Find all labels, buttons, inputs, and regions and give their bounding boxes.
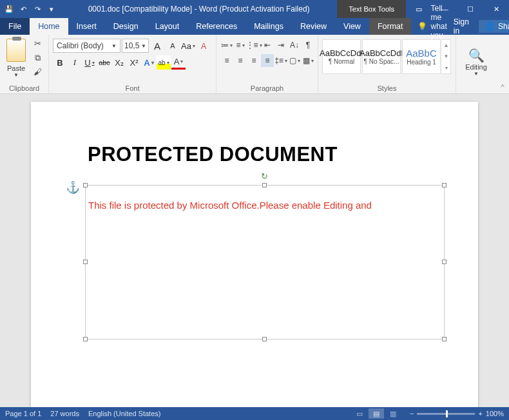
page-number-status[interactable]: Page 1 of 1 bbox=[5, 410, 41, 417]
tab-layout[interactable]: Layout bbox=[147, 18, 188, 35]
text-box-selection[interactable]: ↻ This file is protected by Microsoft Of… bbox=[85, 185, 445, 339]
resize-handle[interactable] bbox=[83, 183, 88, 187]
language-status[interactable]: English (United States) bbox=[88, 410, 161, 417]
font-group-label: Font bbox=[53, 83, 212, 92]
font-name-combo[interactable]: Calibri (Body)▼ bbox=[53, 39, 120, 53]
resize-handle[interactable] bbox=[262, 183, 267, 187]
tell-me-search[interactable]: 💡 Tell me what you w bbox=[411, 18, 447, 35]
font-size-combo[interactable]: 10,5▼ bbox=[122, 39, 149, 53]
shrink-font-icon[interactable]: A bbox=[166, 39, 180, 53]
share-button[interactable]: 👤 Share bbox=[479, 20, 509, 33]
redo-icon[interactable]: ↷ bbox=[32, 4, 43, 14]
font-color-icon[interactable]: A bbox=[171, 55, 186, 70]
save-icon[interactable]: 💾 bbox=[4, 4, 14, 14]
paragraph-group-label: Paragraph bbox=[220, 83, 314, 92]
window-controls: ▭ — ☐ ✕ bbox=[406, 0, 509, 18]
text-effects-icon[interactable]: A bbox=[142, 55, 156, 70]
tab-format[interactable]: Format bbox=[369, 18, 412, 35]
clear-formatting-icon[interactable]: A bbox=[197, 39, 211, 53]
find-icon: 🔍 bbox=[468, 48, 485, 63]
underline-button[interactable]: U bbox=[82, 55, 97, 70]
increase-indent-icon[interactable]: ⇥ bbox=[274, 39, 287, 52]
anchor-icon: ⚓ bbox=[66, 180, 80, 195]
share-icon: 👤 bbox=[485, 22, 495, 31]
resize-handle[interactable] bbox=[442, 260, 447, 264]
print-layout-icon[interactable]: ▤ bbox=[369, 408, 384, 419]
tab-file[interactable]: File bbox=[0, 18, 30, 35]
share-label: Share bbox=[498, 22, 509, 31]
bold-button[interactable]: B bbox=[53, 55, 67, 70]
show-marks-icon[interactable]: ¶ bbox=[302, 39, 314, 52]
tab-insert[interactable]: Insert bbox=[68, 18, 105, 35]
tab-review[interactable]: Review bbox=[292, 18, 335, 35]
grow-font-icon[interactable]: A bbox=[150, 39, 164, 53]
read-mode-icon[interactable]: ▭ bbox=[352, 408, 367, 419]
change-case-icon[interactable]: Aa bbox=[181, 39, 195, 53]
multilevel-list-icon[interactable]: ⋮≡ bbox=[247, 39, 260, 52]
document-page[interactable]: ⚓ PROTECTED DOCUMENT ↻ This file is prot… bbox=[31, 102, 478, 407]
collapse-ribbon-icon[interactable]: ^ bbox=[496, 35, 509, 93]
maximize-button[interactable]: ☐ bbox=[457, 0, 483, 18]
align-center-icon[interactable]: ≡ bbox=[234, 54, 247, 67]
copy-icon[interactable]: ⧉ bbox=[31, 53, 44, 63]
window-title: 0001.doc [Compatibility Mode] - Word (Pr… bbox=[61, 5, 337, 14]
superscript-button[interactable]: X² bbox=[127, 55, 141, 70]
editing-button[interactable]: 🔍 Editing ▼ bbox=[460, 37, 492, 83]
paste-label: Paste bbox=[7, 64, 25, 72]
document-area[interactable]: PCrisk.com ⚓ PROTECTED DOCUMENT ↻ This f… bbox=[0, 94, 509, 407]
web-layout-icon[interactable]: ▥ bbox=[385, 408, 401, 419]
qat-customize-icon[interactable]: ▾ bbox=[46, 4, 57, 14]
borders-icon[interactable]: ▦ bbox=[302, 54, 314, 67]
sort-icon[interactable]: A↓ bbox=[288, 39, 301, 52]
resize-handle[interactable] bbox=[262, 337, 267, 341]
close-button[interactable]: ✕ bbox=[483, 0, 509, 18]
align-left-icon[interactable]: ≡ bbox=[220, 54, 233, 67]
tab-mailings[interactable]: Mailings bbox=[245, 18, 292, 35]
zoom-slider[interactable] bbox=[417, 413, 475, 415]
tab-home[interactable]: Home bbox=[30, 18, 68, 35]
zoom-out-button[interactable]: − bbox=[410, 410, 414, 417]
quick-access-toolbar: 💾 ↶ ↷ ▾ bbox=[0, 4, 61, 14]
ribbon-display-icon[interactable]: ▭ bbox=[406, 0, 432, 18]
undo-icon[interactable]: ↶ bbox=[18, 4, 28, 14]
group-editing: 🔍 Editing ▼ bbox=[456, 35, 496, 93]
resize-handle[interactable] bbox=[83, 260, 88, 264]
resize-handle[interactable] bbox=[442, 337, 447, 341]
rotate-handle-icon[interactable]: ↻ bbox=[261, 171, 268, 181]
line-spacing-icon[interactable]: ‡≡ bbox=[274, 54, 287, 67]
ribbon-tabs: File Home Insert Design Layout Reference… bbox=[0, 18, 509, 35]
status-bar: Page 1 of 1 27 words English (United Sta… bbox=[0, 407, 509, 420]
contextual-tab-title: Text Box Tools bbox=[337, 0, 406, 18]
tell-me-placeholder: Tell me what you w bbox=[430, 4, 447, 49]
italic-button[interactable]: I bbox=[68, 55, 82, 70]
styles-group-label: Styles bbox=[322, 83, 452, 92]
group-clipboard: Paste ▼ ✂ ⧉ 🖌 Clipboard bbox=[0, 35, 49, 93]
subscript-button[interactable]: X₂ bbox=[112, 55, 126, 70]
tab-design[interactable]: Design bbox=[105, 18, 147, 35]
decrease-indent-icon[interactable]: ⇤ bbox=[261, 39, 274, 52]
tab-references[interactable]: References bbox=[187, 18, 245, 35]
numbering-icon[interactable]: ≡ bbox=[234, 39, 247, 52]
zoom-percent[interactable]: 100% bbox=[486, 410, 504, 417]
style-no-spacing[interactable]: AaBbCcDdI ¶ No Spac... bbox=[362, 39, 401, 74]
word-count-status[interactable]: 27 words bbox=[50, 410, 79, 417]
bullets-icon[interactable]: ≔ bbox=[220, 39, 233, 52]
resize-handle[interactable] bbox=[83, 337, 88, 341]
highlight-icon[interactable]: ab bbox=[157, 55, 171, 70]
document-body-text: This file is protected by Microsoft Offi… bbox=[88, 200, 444, 211]
tab-view[interactable]: View bbox=[335, 18, 369, 35]
sign-in-button[interactable]: Sign in bbox=[447, 18, 475, 35]
shading-icon[interactable]: ▢ bbox=[288, 54, 301, 67]
format-painter-icon[interactable]: 🖌 bbox=[31, 67, 44, 77]
cut-icon[interactable]: ✂ bbox=[31, 39, 44, 49]
align-right-icon[interactable]: ≡ bbox=[247, 54, 260, 67]
document-heading: PROTECTED DOCUMENT bbox=[88, 143, 441, 166]
paste-button[interactable]: Paste ▼ bbox=[4, 37, 28, 78]
strikethrough-button[interactable]: abc bbox=[97, 55, 111, 70]
style-normal[interactable]: AaBbCcDdI ¶ Normal bbox=[322, 39, 361, 74]
zoom-in-button[interactable]: + bbox=[478, 410, 482, 417]
resize-handle[interactable] bbox=[442, 183, 447, 187]
clipboard-icon bbox=[6, 39, 26, 62]
group-font: Calibri (Body)▼ 10,5▼ A A Aa A B I U abc… bbox=[49, 35, 216, 93]
justify-icon[interactable]: ≡ bbox=[261, 54, 274, 67]
